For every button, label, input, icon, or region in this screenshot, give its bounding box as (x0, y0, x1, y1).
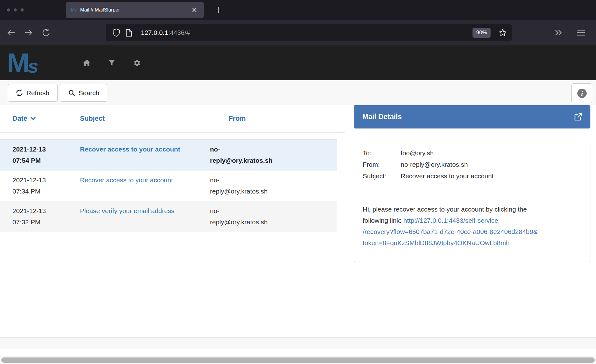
hamburger-menu-icon[interactable] (575, 26, 587, 39)
browser-tab[interactable]: Ms Mail // MailSlurper (66, 2, 204, 18)
window-minimize-dot[interactable] (14, 8, 17, 12)
url-host: 127.0.0.1 (141, 29, 168, 36)
app-toolbar: Refresh Search i (0, 80, 596, 105)
mailslurper-favicon-icon: Ms (71, 7, 76, 12)
mail-details-header: Mail Details (354, 105, 590, 128)
shield-icon[interactable] (113, 29, 120, 37)
refresh-button[interactable]: Refresh (8, 84, 58, 102)
open-external-icon[interactable] (574, 113, 582, 121)
navbar-icons (82, 58, 141, 68)
overflow-chevrons-icon[interactable] (552, 26, 565, 39)
field-value: no-reply@ory.kratos.sh (401, 159, 581, 170)
mail-details-card: To: foo@ory.sh From: no-reply@ory.kratos… (354, 139, 590, 262)
mail-subject-link[interactable]: Recover access to your account (72, 175, 210, 197)
refresh-label: Refresh (26, 89, 49, 97)
mail-row-1[interactable]: 2021-12-13 07:54 PM Recover access to yo… (0, 139, 337, 170)
bookmark-star-icon[interactable] (499, 29, 507, 37)
browser-chrome: Ms Mail // MailSlurper 127 (0, 0, 596, 45)
tab-title: Mail // MailSlurper (80, 7, 190, 13)
tab-close-icon[interactable] (190, 6, 199, 14)
column-header-date[interactable]: Date (0, 114, 72, 123)
search-label: Search (79, 89, 100, 97)
mail-row-3[interactable]: 2021-12-13 07:32 PM Please verify your e… (0, 201, 337, 232)
window-controls[interactable] (0, 8, 44, 12)
sort-chevron-down-icon (30, 117, 36, 120)
logo-s: s (28, 57, 38, 76)
mail-details-title: Mail Details (362, 113, 402, 121)
mailslurper-navbar: Ms (0, 45, 596, 80)
scrollbar-thumb[interactable] (1, 357, 595, 363)
details-divider (363, 191, 581, 191)
mail-from: no-reply@ory.kratos.sh (210, 175, 276, 197)
settings-gear-icon[interactable] (132, 58, 141, 68)
mail-from: no-reply@ory.kratos.sh (210, 144, 276, 166)
footer-strip (0, 338, 596, 348)
window-close-dot[interactable] (7, 8, 10, 12)
forward-button[interactable] (22, 26, 35, 39)
horizontal-scrollbar (0, 357, 596, 364)
url-bar[interactable]: 127.0.0.1:4436/# 90% (106, 24, 512, 41)
mail-from: no-reply@ory.kratos.sh (210, 205, 276, 228)
svg-text:i: i (581, 90, 583, 97)
mail-rows: 2021-12-13 07:54 PM Recover access to yo… (0, 139, 337, 232)
mail-date: 2021-12-13 07:54 PM (0, 144, 72, 166)
field-label: To: (363, 147, 401, 159)
mailslurper-logo[interactable]: Ms (7, 50, 66, 76)
back-button[interactable] (5, 26, 17, 39)
field-value: Recover access to your account (401, 170, 581, 182)
filter-funnel-icon[interactable] (107, 58, 116, 68)
main-content: Date Subject From 2021-12-13 07:54 PM Re… (0, 105, 596, 338)
mail-list-pane: Date Subject From 2021-12-13 07:54 PM Re… (0, 105, 345, 337)
mail-list-header: Date Subject From (0, 105, 345, 133)
url-text[interactable]: 127.0.0.1:4436/# (141, 29, 473, 36)
column-header-subject[interactable]: Subject (72, 114, 210, 123)
field-value: foo@ory.sh (401, 147, 581, 159)
footer-gap (0, 348, 596, 357)
info-icon: i (577, 88, 587, 98)
mail-row-2[interactable]: 2021-12-13 07:34 PM Recover access to yo… (0, 170, 337, 201)
url-port-path: :4436/# (168, 29, 190, 36)
search-button[interactable]: Search (60, 84, 108, 102)
field-to: To: foo@ory.sh (363, 147, 581, 159)
mail-date: 2021-12-13 07:32 PM (0, 205, 72, 228)
mail-date: 2021-12-13 07:34 PM (0, 175, 72, 197)
field-label: From: (363, 159, 401, 170)
new-tab-button[interactable] (214, 5, 224, 15)
mail-body: Hi, please recover access to your accoun… (363, 204, 581, 249)
column-header-from[interactable]: From (210, 114, 276, 123)
refresh-icon (16, 89, 23, 96)
logo-m: M (7, 50, 28, 76)
mail-subject-link[interactable]: Please verify your email address (72, 205, 210, 228)
page-info-icon[interactable] (126, 29, 132, 37)
mail-subject-link[interactable]: Recover access to your account (72, 144, 210, 166)
tab-bar: Ms Mail // MailSlurper (0, 0, 596, 20)
info-button[interactable]: i (571, 83, 592, 103)
browser-toolbar: 127.0.0.1:4436/# 90% (0, 20, 596, 45)
reload-button[interactable] (40, 26, 52, 39)
field-label: Subject: (363, 170, 401, 182)
zoom-level-badge[interactable]: 90% (473, 28, 491, 38)
search-icon (68, 89, 75, 96)
field-subject: Subject: Recover access to your account (363, 170, 581, 182)
window-zoom-dot[interactable] (21, 8, 24, 12)
home-icon[interactable] (82, 58, 91, 68)
field-from: From: no-reply@ory.kratos.sh (363, 159, 581, 170)
mail-details-pane: Mail Details To: foo@ory.sh From: no-rep… (345, 105, 596, 337)
